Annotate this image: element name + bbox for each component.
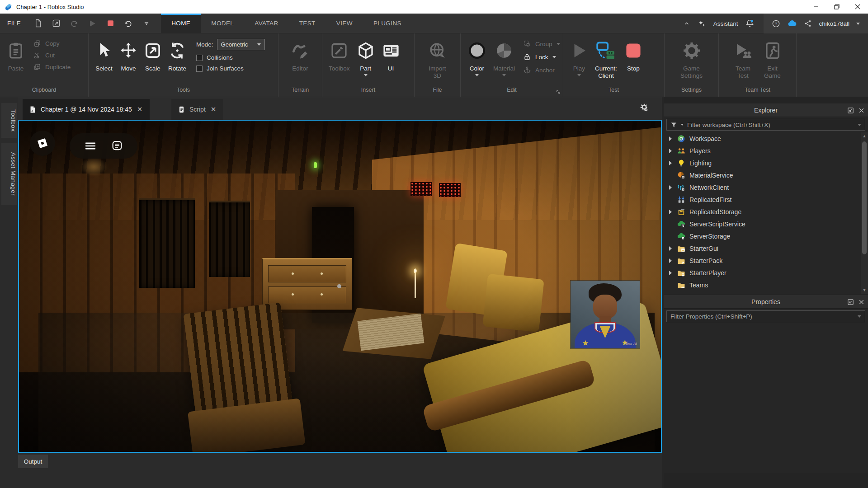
hamburger-menu-icon[interactable] bbox=[84, 139, 97, 153]
current-client-button[interactable]: Current:Client bbox=[592, 38, 620, 80]
team-test-button[interactable]: TeamTest bbox=[731, 38, 756, 80]
tree-row[interactable]: NetworkClient bbox=[664, 181, 868, 193]
stop-button[interactable]: Stop bbox=[621, 38, 646, 73]
close-panel-icon[interactable] bbox=[859, 108, 864, 113]
group-button[interactable]: Group bbox=[523, 40, 560, 48]
anchor-button[interactable]: Anchor bbox=[523, 66, 560, 74]
tree-row[interactable]: Workspace bbox=[664, 132, 868, 145]
filter-options-caret-icon[interactable] bbox=[681, 124, 684, 126]
tree-row[interactable]: ServerStorage bbox=[664, 230, 868, 242]
filter-history-caret-icon[interactable] bbox=[858, 315, 861, 318]
tab-test[interactable]: TEST bbox=[289, 14, 326, 33]
filter-history-caret-icon[interactable] bbox=[858, 124, 861, 126]
move-tool-button[interactable]: Move bbox=[117, 38, 140, 73]
close-button[interactable] bbox=[847, 0, 868, 14]
tree-row[interactable]: MaterialService bbox=[664, 169, 868, 181]
join-surfaces-checkbox[interactable]: Join Surfaces bbox=[196, 65, 265, 72]
assistant-sparkle-icon[interactable] bbox=[697, 19, 706, 28]
expand-arrow-icon[interactable] bbox=[669, 271, 672, 275]
minimize-button[interactable] bbox=[806, 0, 826, 14]
close-panel-icon[interactable] bbox=[859, 299, 864, 305]
copy-button[interactable]: Copy bbox=[33, 40, 71, 47]
tree-row[interactable]: Teams bbox=[664, 279, 868, 291]
share-icon[interactable] bbox=[804, 19, 812, 28]
mode-select[interactable]: Geometric bbox=[217, 39, 265, 50]
select-tool-button[interactable]: Select bbox=[92, 38, 116, 73]
ui-button[interactable]: UI bbox=[379, 38, 403, 73]
tree-row[interactable]: StarterPlayer bbox=[664, 267, 868, 279]
expand-arrow-icon[interactable] bbox=[669, 149, 672, 153]
tree-row[interactable]: ReplicatedStorage bbox=[664, 206, 868, 218]
redo-icon[interactable] bbox=[65, 14, 83, 33]
toolbox-button[interactable]: Toolbox bbox=[326, 38, 353, 73]
expand-arrow-icon[interactable] bbox=[669, 136, 672, 141]
tree-row[interactable]: ReplicatedFirst bbox=[664, 193, 868, 206]
scroll-down-icon[interactable]: ▼ bbox=[861, 286, 868, 294]
account-username[interactable]: chiko178all bbox=[819, 20, 849, 27]
screen-options-gear-icon[interactable] bbox=[639, 103, 649, 113]
tab-model[interactable]: MODEL bbox=[201, 14, 244, 33]
notifications-bell-icon[interactable] bbox=[745, 19, 755, 28]
collisions-checkbox[interactable]: Collisions bbox=[196, 54, 265, 61]
tree-row[interactable]: ServerScriptService bbox=[664, 218, 868, 230]
3d-viewport[interactable]: ★ ★ Pica AI bbox=[18, 120, 662, 453]
doc-tab-place[interactable]: Chapter 1 @ 14 Nov 2024 18:45 ✕ bbox=[23, 99, 150, 120]
close-tab-icon[interactable]: ✕ bbox=[136, 105, 144, 113]
color-button[interactable]: Color bbox=[464, 38, 490, 77]
roblox-menu-button[interactable] bbox=[30, 131, 55, 156]
play-button[interactable]: Play bbox=[567, 38, 591, 77]
close-tab-icon[interactable]: ✕ bbox=[210, 105, 217, 113]
play-quick-icon[interactable] bbox=[83, 14, 101, 33]
lock-button[interactable]: Lock bbox=[523, 53, 560, 61]
paste-button[interactable]: Paste bbox=[4, 38, 28, 73]
rotate-tool-button[interactable]: Rotate bbox=[165, 38, 189, 73]
undock-panel-icon[interactable] bbox=[847, 299, 854, 305]
tab-home[interactable]: HOME bbox=[161, 14, 201, 33]
tab-plugins[interactable]: PLUGINS bbox=[363, 14, 412, 33]
assistant-label[interactable]: Assistant bbox=[713, 20, 738, 27]
cut-button[interactable]: Cut bbox=[33, 52, 71, 59]
scale-tool-button[interactable]: Scale bbox=[141, 38, 165, 73]
duplicate-button[interactable]: Duplicate bbox=[33, 63, 71, 71]
collapse-ribbon-icon[interactable] bbox=[684, 20, 690, 27]
undo-icon[interactable] bbox=[119, 14, 137, 33]
tab-avatar[interactable]: AVATAR bbox=[244, 14, 288, 33]
tree-row[interactable]: StarterGui bbox=[664, 242, 868, 254]
tab-view[interactable]: VIEW bbox=[326, 14, 363, 33]
restore-button[interactable] bbox=[826, 0, 847, 14]
explorer-scrollbar[interactable]: ▲ ▼ bbox=[861, 132, 868, 294]
scrollbar-thumb[interactable] bbox=[862, 141, 867, 254]
sidebar-tab-toolbox[interactable]: Toolbox bbox=[1, 103, 17, 138]
expand-arrow-icon[interactable] bbox=[669, 161, 672, 165]
stop-quick-icon[interactable] bbox=[101, 14, 119, 33]
new-file-icon[interactable] bbox=[29, 14, 47, 33]
chat-icon[interactable] bbox=[111, 140, 123, 152]
expand-arrow-icon[interactable] bbox=[669, 258, 672, 263]
properties-filter-input[interactable] bbox=[670, 313, 854, 320]
account-dropdown-icon[interactable] bbox=[856, 23, 860, 25]
output-tab[interactable]: Output bbox=[18, 455, 48, 468]
terrain-editor-button[interactable]: Editor bbox=[288, 38, 313, 73]
tree-row[interactable]: Players bbox=[664, 145, 868, 157]
undock-panel-icon[interactable] bbox=[847, 107, 854, 114]
doc-tab-script[interactable]: Script ✕ bbox=[171, 99, 223, 120]
file-menu-button[interactable]: FILE bbox=[0, 14, 29, 33]
scroll-up-icon[interactable]: ▲ bbox=[861, 132, 868, 140]
game-settings-button[interactable]: GameSettings bbox=[678, 38, 705, 80]
help-icon[interactable]: ? bbox=[772, 19, 780, 28]
material-button[interactable]: Material bbox=[491, 38, 518, 77]
expand-arrow-icon[interactable] bbox=[669, 185, 672, 190]
tree-row[interactable]: StarterPack bbox=[664, 254, 868, 267]
expand-arrow-icon[interactable] bbox=[669, 246, 672, 251]
cloud-sync-icon[interactable] bbox=[787, 19, 797, 28]
tree-row[interactable]: Lighting bbox=[664, 157, 868, 169]
open-place-icon[interactable] bbox=[47, 14, 65, 33]
sidebar-tab-asset-manager[interactable]: Asset Manager bbox=[1, 143, 17, 205]
edit-group-expander-icon[interactable] bbox=[556, 89, 561, 95]
quick-toolbar-options-icon[interactable] bbox=[137, 14, 156, 33]
filter-funnel-icon[interactable] bbox=[670, 122, 677, 128]
explorer-filter-input[interactable] bbox=[687, 122, 854, 128]
exit-game-button[interactable]: ExitGame bbox=[760, 38, 785, 80]
expand-arrow-icon[interactable] bbox=[669, 210, 672, 214]
part-button[interactable]: Part bbox=[354, 38, 378, 77]
